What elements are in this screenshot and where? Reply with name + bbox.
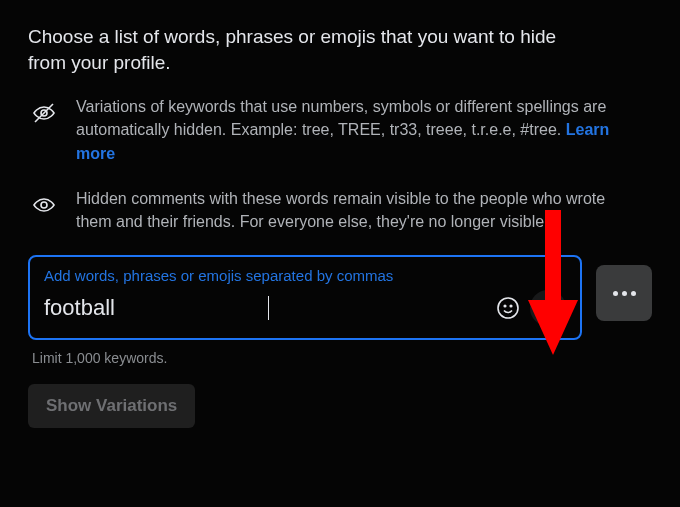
svg-point-3	[498, 298, 518, 318]
keyword-input-label: Add words, phrases or emojis separated b…	[44, 267, 566, 284]
more-options-button[interactable]	[596, 265, 652, 321]
variations-info-text: Variations of keywords that use numbers,…	[76, 95, 636, 165]
text-caret	[268, 296, 269, 320]
eye-icon	[28, 193, 60, 217]
eye-off-icon	[28, 101, 60, 125]
variations-info-body: Variations of keywords that use numbers,…	[76, 98, 606, 138]
visibility-info-row: Hidden comments with these words remain …	[28, 187, 652, 233]
dot-icon	[613, 291, 618, 296]
dot-icon	[631, 291, 636, 296]
svg-point-5	[510, 305, 512, 307]
svg-point-4	[504, 305, 506, 307]
variations-info-row: Variations of keywords that use numbers,…	[28, 95, 652, 165]
dot-icon	[622, 291, 627, 296]
keyword-limit-text: Limit 1,000 keywords.	[32, 350, 652, 366]
keyword-entry-box[interactable]: Add words, phrases or emojis separated b…	[28, 255, 582, 340]
svg-point-2	[41, 202, 47, 208]
show-variations-button[interactable]: Show Variations	[28, 384, 195, 428]
visibility-info-text: Hidden comments with these words remain …	[76, 187, 636, 233]
emoji-picker-button[interactable]	[494, 294, 522, 322]
keyword-input[interactable]: football	[44, 295, 269, 321]
add-keyword-button[interactable]	[530, 290, 566, 326]
intro-text: Choose a list of words, phrases or emoji…	[28, 24, 588, 75]
